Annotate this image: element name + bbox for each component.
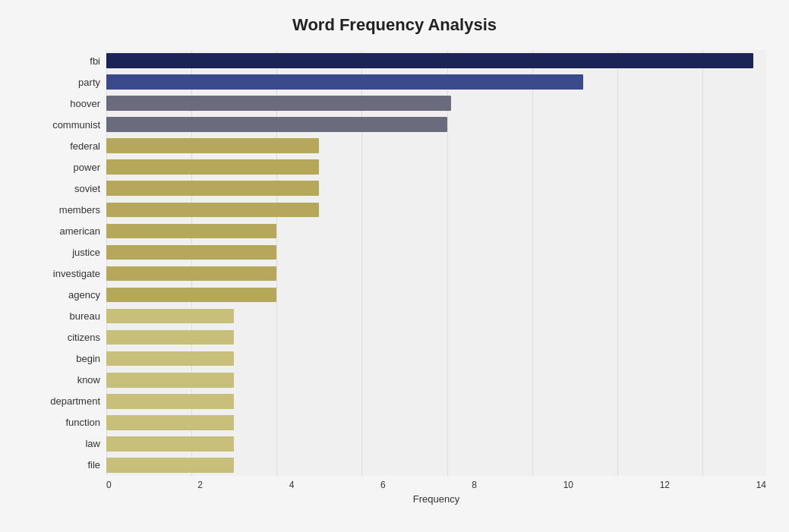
y-label-soviet: soviet	[74, 184, 100, 194]
chart-container: Word Frequency Analysis fbipartyhooverco…	[0, 0, 789, 532]
x-tick-14: 14	[756, 480, 766, 490]
bar-investigate	[106, 266, 276, 282]
bar-party	[106, 74, 583, 90]
bar-hoover	[106, 96, 451, 111]
y-label-communist: communist	[52, 120, 100, 130]
x-axis: 02468101214	[106, 476, 766, 490]
bar-row-file	[106, 455, 766, 476]
bar-federal	[106, 138, 319, 153]
x-tick-0: 0	[106, 480, 112, 490]
y-label-agency: agency	[68, 290, 100, 300]
y-axis: fbipartyhoovercommunistfederalpowersovie…	[23, 50, 106, 476]
bar-function	[106, 415, 234, 430]
bar-power	[106, 159, 319, 175]
x-axis-wrapper: 02468101214 Frequency	[106, 476, 766, 505]
bar-row-bureau	[106, 306, 766, 327]
bar-members	[106, 203, 319, 218]
y-label-function: function	[65, 417, 100, 427]
y-label-investigate: investigate	[53, 269, 100, 279]
y-label-law: law	[85, 439, 100, 449]
bars-container	[106, 50, 766, 476]
bar-soviet	[106, 181, 319, 196]
y-label-power: power	[74, 162, 100, 172]
x-tick-2: 2	[197, 480, 203, 490]
y-label-file: file	[87, 460, 100, 470]
chart-title: Word Frequency Analysis	[23, 15, 766, 35]
bar-row-fbi	[106, 50, 766, 71]
bar-know	[106, 373, 234, 388]
y-label-hoover: hoover	[70, 99, 100, 109]
bar-row-party	[106, 71, 766, 93]
y-label-know: know	[77, 375, 100, 385]
y-label-justice: justice	[72, 247, 100, 257]
bar-row-know	[106, 370, 766, 391]
bar-fbi	[106, 53, 753, 68]
bar-communist	[106, 117, 447, 132]
bar-row-communist	[106, 114, 766, 135]
bar-row-hoover	[106, 93, 766, 114]
bar-american	[106, 224, 276, 239]
bar-file	[106, 458, 234, 473]
plot-area	[106, 50, 766, 476]
bar-agency	[106, 288, 276, 303]
bar-citizens	[106, 330, 234, 345]
bar-row-american	[106, 220, 766, 241]
x-tick-4: 4	[289, 480, 295, 490]
y-label-federal: federal	[70, 141, 100, 151]
y-label-party: party	[78, 77, 100, 87]
bar-row-citizens	[106, 327, 766, 348]
bar-department	[106, 394, 234, 409]
bar-row-soviet	[106, 178, 766, 199]
bar-row-agency	[106, 285, 766, 306]
bar-row-department	[106, 391, 766, 412]
y-label-american: american	[60, 226, 100, 236]
x-axis-title: Frequency	[106, 493, 766, 505]
x-tick-12: 12	[660, 480, 670, 490]
bar-row-justice	[106, 241, 766, 263]
x-tick-8: 8	[472, 480, 477, 490]
bar-row-power	[106, 156, 766, 178]
bar-law	[106, 436, 234, 452]
bar-row-investigate	[106, 263, 766, 284]
bar-row-begin	[106, 348, 766, 370]
y-label-department: department	[50, 396, 100, 406]
y-label-citizens: citizens	[68, 332, 100, 342]
y-label-members: members	[59, 205, 100, 215]
bar-bureau	[106, 309, 234, 324]
bar-row-federal	[106, 135, 766, 156]
y-label-begin: begin	[76, 354, 100, 364]
x-tick-10: 10	[563, 480, 573, 490]
y-label-fbi: fbi	[90, 56, 100, 66]
bar-justice	[106, 245, 276, 260]
x-tick-6: 6	[380, 480, 386, 490]
chart-area: fbipartyhoovercommunistfederalpowersovie…	[23, 50, 766, 476]
bar-row-function	[106, 412, 766, 433]
y-label-bureau: bureau	[70, 311, 100, 321]
bar-row-members	[106, 199, 766, 220]
bar-begin	[106, 351, 234, 367]
bar-row-law	[106, 433, 766, 455]
